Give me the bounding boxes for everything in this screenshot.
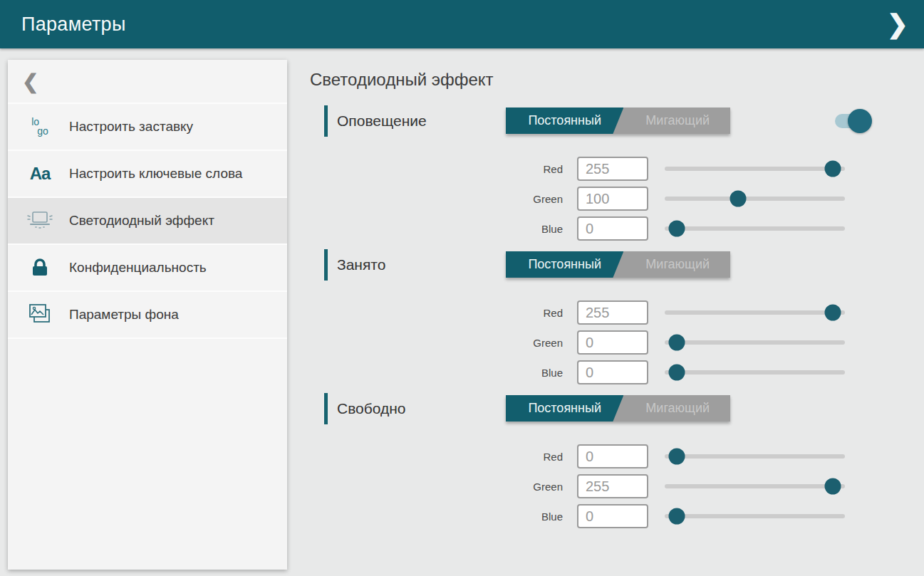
green-label: Green	[310, 337, 563, 349]
page-title: Параметры	[21, 14, 126, 36]
toggle-knob	[848, 109, 872, 133]
blue-value-input[interactable]	[577, 216, 648, 241]
green-value-input[interactable]	[577, 187, 648, 211]
section-title: Занято	[337, 256, 385, 273]
blue-value-input[interactable]	[577, 504, 648, 528]
back-chevron-icon[interactable]: ❮	[22, 70, 38, 93]
sidebar-item-led-effect[interactable]: Светодиодный эффект	[8, 198, 287, 245]
green-slider-thumb[interactable]	[730, 191, 746, 207]
slider-track	[665, 454, 845, 459]
red-label: Red	[310, 451, 563, 463]
blue-label: Blue	[310, 223, 563, 235]
notification-enable-toggle[interactable]	[835, 114, 869, 128]
green-slider[interactable]	[665, 330, 845, 355]
lock-icon	[24, 256, 56, 279]
blue-slider-thumb[interactable]	[669, 365, 685, 381]
section-free: Свободно Постоянный Мигающий Red Green B…	[310, 393, 924, 528]
section-accent-bar	[324, 393, 328, 424]
logo-icon: lo go	[24, 117, 56, 136]
slider-track	[665, 370, 845, 375]
blue-slider[interactable]	[665, 360, 845, 384]
slider-track	[665, 167, 845, 171]
slider-track	[665, 226, 845, 231]
sidebar-item-label: Конфиденциальность	[69, 258, 207, 277]
red-slider-thumb[interactable]	[825, 305, 841, 321]
mode-segmented-control: Постоянный Мигающий	[506, 108, 730, 134]
section-accent-bar	[324, 249, 328, 281]
led-effect-panel: Светодиодный эффект Оповещение Постоянны…	[310, 0, 924, 576]
green-value-input[interactable]	[577, 330, 648, 355]
forward-chevron-icon[interactable]: ❯	[887, 11, 908, 37]
green-value-input[interactable]	[577, 474, 648, 498]
slider-track	[665, 514, 845, 518]
section-accent-bar	[324, 105, 328, 137]
mode-segmented-control: Постоянный Мигающий	[506, 251, 730, 278]
settings-sidebar: ❮ lo go Настроить заставку Aa Настроить …	[8, 60, 287, 570]
red-label: Red	[310, 307, 563, 319]
red-value-input[interactable]	[577, 157, 648, 181]
red-value-input[interactable]	[577, 300, 648, 325]
panel-title: Светодиодный эффект	[310, 70, 924, 90]
section-title: Оповещение	[337, 112, 427, 130]
section-title: Свободно	[337, 400, 406, 417]
sidebar-item-keywords[interactable]: Aa Настроить ключевые слова	[8, 151, 287, 198]
slider-track	[665, 484, 845, 488]
red-value-input[interactable]	[577, 444, 648, 468]
green-label: Green	[310, 481, 563, 493]
slider-track	[665, 340, 845, 345]
mode-segmented-control: Постоянный Мигающий	[506, 395, 730, 421]
green-slider[interactable]	[665, 474, 845, 498]
app-header: Параметры ❯	[0, 0, 924, 48]
blue-label: Blue	[310, 367, 563, 379]
blue-slider[interactable]	[665, 504, 845, 528]
section-notification: Оповещение Постоянный Мигающий Red Green	[310, 105, 924, 241]
sidebar-item-label: Настроить заставку	[69, 117, 193, 136]
green-slider[interactable]	[665, 187, 845, 211]
mode-solid-button[interactable]: Постоянный	[506, 395, 623, 421]
mode-blinking-button[interactable]: Мигающий	[623, 395, 730, 421]
sidebar-item-background[interactable]: Параметры фона	[8, 292, 287, 339]
red-slider[interactable]	[665, 444, 845, 468]
blue-label: Blue	[310, 510, 563, 523]
red-slider-thumb[interactable]	[825, 161, 841, 177]
blue-slider-thumb[interactable]	[669, 508, 685, 525]
blue-slider-thumb[interactable]	[669, 221, 685, 237]
sidebar-item-label: Параметры фона	[69, 305, 179, 324]
led-screen-icon	[24, 209, 56, 232]
green-slider-thumb[interactable]	[825, 478, 841, 495]
sidebar-back-row[interactable]: ❮	[8, 60, 287, 104]
red-slider-thumb[interactable]	[669, 449, 685, 465]
mode-solid-button[interactable]: Постоянный	[506, 251, 623, 278]
section-busy: Занято Постоянный Мигающий Red Green Blu…	[310, 249, 924, 384]
slider-track	[665, 310, 845, 315]
red-label: Red	[310, 163, 563, 175]
red-slider[interactable]	[665, 157, 845, 181]
keywords-aa-icon: Aa	[24, 164, 56, 184]
blue-value-input[interactable]	[577, 360, 648, 384]
mode-blinking-button[interactable]: Мигающий	[623, 108, 730, 134]
red-slider[interactable]	[665, 300, 845, 325]
sidebar-item-label: Светодиодный эффект	[69, 211, 214, 230]
background-images-icon	[24, 303, 56, 327]
green-label: Green	[310, 193, 563, 205]
mode-blinking-button[interactable]: Мигающий	[623, 251, 730, 278]
slider-track	[665, 197, 845, 201]
sidebar-item-privacy[interactable]: Конфиденциальность	[8, 245, 287, 292]
mode-solid-button[interactable]: Постоянный	[506, 108, 623, 134]
sidebar-item-screensaver[interactable]: lo go Настроить заставку	[8, 104, 287, 151]
blue-slider[interactable]	[665, 216, 845, 241]
green-slider-thumb[interactable]	[669, 335, 685, 351]
sidebar-item-label: Настроить ключевые слова	[69, 164, 242, 183]
